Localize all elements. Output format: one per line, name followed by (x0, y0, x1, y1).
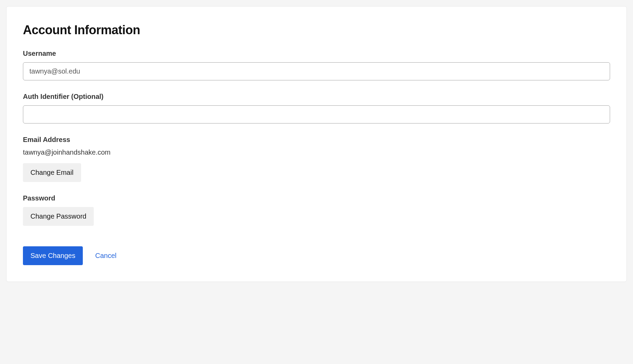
email-field-group: Email Address tawnya@joinhandshake.com C… (23, 136, 610, 182)
password-label: Password (23, 194, 610, 202)
email-value: tawnya@joinhandshake.com (23, 148, 610, 156)
username-field-group: Username (23, 50, 610, 80)
email-label: Email Address (23, 136, 610, 144)
auth-identifier-field-group: Auth Identifier (Optional) (23, 93, 610, 124)
username-label: Username (23, 50, 610, 57)
change-password-button[interactable]: Change Password (23, 207, 94, 226)
account-information-card: Account Information Username Auth Identi… (6, 6, 627, 282)
password-field-group: Password Change Password (23, 194, 610, 226)
action-row: Save Changes Cancel (23, 246, 610, 265)
page-title: Account Information (23, 23, 610, 37)
cancel-button[interactable]: Cancel (95, 252, 116, 260)
username-input[interactable] (23, 62, 610, 80)
save-changes-button[interactable]: Save Changes (23, 246, 83, 265)
auth-identifier-label: Auth Identifier (Optional) (23, 93, 610, 101)
change-email-button[interactable]: Change Email (23, 163, 81, 182)
auth-identifier-input[interactable] (23, 105, 610, 124)
